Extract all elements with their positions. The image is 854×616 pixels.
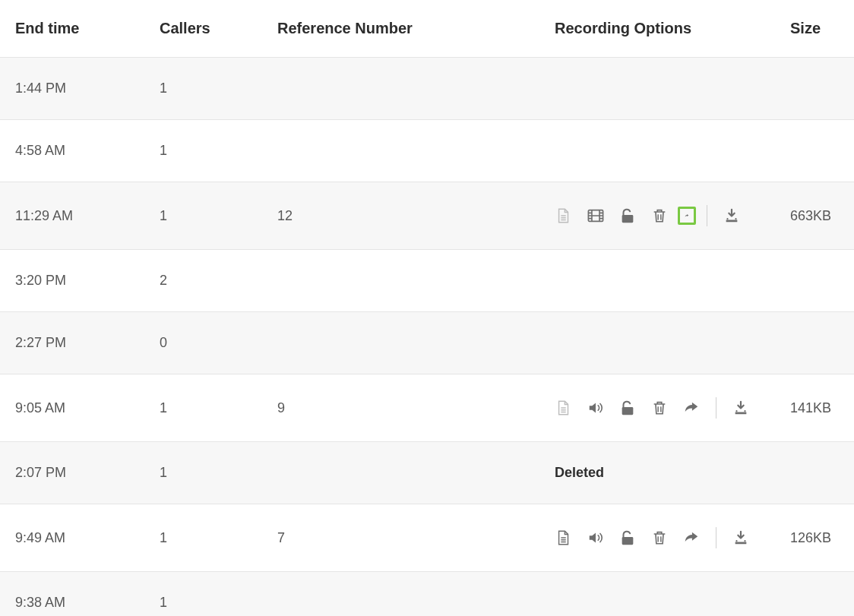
recording-options-icons <box>555 527 775 548</box>
download-icon[interactable] <box>732 399 750 417</box>
recording-options-icons <box>555 205 775 226</box>
cell-recording-options <box>539 120 775 182</box>
cell-size: 141KB <box>775 374 854 442</box>
cell-end-time: 4:58 AM <box>0 120 144 182</box>
cell-recording-options <box>539 250 775 312</box>
cell-end-time: 9:49 AM <box>0 504 144 572</box>
cell-callers: 1 <box>144 504 262 572</box>
cell-reference <box>262 58 539 120</box>
col-header-size[interactable]: Size <box>775 0 854 58</box>
cell-end-time: 2:07 PM <box>0 442 144 504</box>
document-icon[interactable] <box>555 399 573 417</box>
cell-recording-options <box>539 374 775 442</box>
download-icon[interactable] <box>732 529 750 547</box>
recording-options-icons <box>555 397 775 419</box>
cell-size <box>775 58 854 120</box>
table-row: 1:44 PM1 <box>0 58 854 120</box>
icon-divider <box>707 205 707 226</box>
audio-icon[interactable] <box>587 399 605 417</box>
trash-icon[interactable] <box>650 207 669 225</box>
cell-end-time: 11:29 AM <box>0 182 144 250</box>
audio-icon[interactable] <box>587 529 605 547</box>
document-icon[interactable] <box>555 529 573 547</box>
unlock-icon[interactable] <box>618 529 637 547</box>
cell-reference: 9 <box>262 374 539 442</box>
col-header-callers[interactable]: Callers <box>144 0 262 58</box>
table-row: 9:05 AM19141KB <box>0 374 854 442</box>
cell-end-time: 1:44 PM <box>0 58 144 120</box>
cell-reference <box>262 120 539 182</box>
table-row: 2:27 PM0 <box>0 312 854 374</box>
cell-size <box>775 442 854 504</box>
cell-size: 663KB <box>775 182 854 250</box>
icon-divider <box>716 527 716 548</box>
cell-recording-options <box>539 312 775 374</box>
trash-icon[interactable] <box>650 399 669 417</box>
cell-size <box>775 312 854 374</box>
cell-recording-options: Deleted <box>539 442 775 504</box>
icon-divider <box>716 397 716 419</box>
cell-size <box>775 120 854 182</box>
cell-recording-options <box>539 58 775 120</box>
table-row: 9:38 AM1 <box>0 572 854 617</box>
cell-end-time: 3:20 PM <box>0 250 144 312</box>
cell-reference <box>262 442 539 504</box>
cell-end-time: 9:38 AM <box>0 572 144 617</box>
cell-callers: 1 <box>144 58 262 120</box>
share-icon[interactable] <box>682 529 701 547</box>
trash-icon[interactable] <box>650 529 669 547</box>
download-icon[interactable] <box>723 207 741 225</box>
cell-recording-options <box>539 182 775 250</box>
document-icon[interactable] <box>555 207 573 225</box>
col-header-recording-options[interactable]: Recording Options <box>539 0 775 58</box>
recordings-table: End time Callers Reference Number Record… <box>0 0 854 616</box>
table-header: End time Callers Reference Number Record… <box>0 0 854 58</box>
cell-callers: 1 <box>144 120 262 182</box>
cell-recording-options <box>539 504 775 572</box>
share-icon[interactable] <box>678 207 696 225</box>
cell-reference <box>262 312 539 374</box>
cell-callers: 1 <box>144 442 262 504</box>
table-row: 9:49 AM17126KB <box>0 504 854 572</box>
table-row: 4:58 AM1 <box>0 120 854 182</box>
unlock-icon[interactable] <box>618 399 637 417</box>
cell-callers: 1 <box>144 182 262 250</box>
cell-reference <box>262 250 539 312</box>
col-header-reference[interactable]: Reference Number <box>262 0 539 58</box>
deleted-label: Deleted <box>555 465 604 480</box>
cell-callers: 1 <box>144 572 262 617</box>
cell-reference: 7 <box>262 504 539 572</box>
cell-callers: 1 <box>144 374 262 442</box>
cell-end-time: 2:27 PM <box>0 312 144 374</box>
share-icon[interactable] <box>682 399 701 417</box>
cell-recording-options <box>539 572 775 617</box>
col-header-end-time[interactable]: End time <box>0 0 144 58</box>
cell-size: 126KB <box>775 504 854 572</box>
film-icon[interactable] <box>587 207 605 225</box>
cell-reference <box>262 572 539 617</box>
table-row: 3:20 PM2 <box>0 250 854 312</box>
table-row: 2:07 PM1Deleted <box>0 442 854 504</box>
cell-callers: 2 <box>144 250 262 312</box>
cell-size <box>775 572 854 617</box>
table-row: 11:29 AM112663KB <box>0 182 854 250</box>
cell-end-time: 9:05 AM <box>0 374 144 442</box>
cell-size <box>775 250 854 312</box>
cell-reference: 12 <box>262 182 539 250</box>
cell-callers: 0 <box>144 312 262 374</box>
unlock-icon[interactable] <box>618 207 637 225</box>
